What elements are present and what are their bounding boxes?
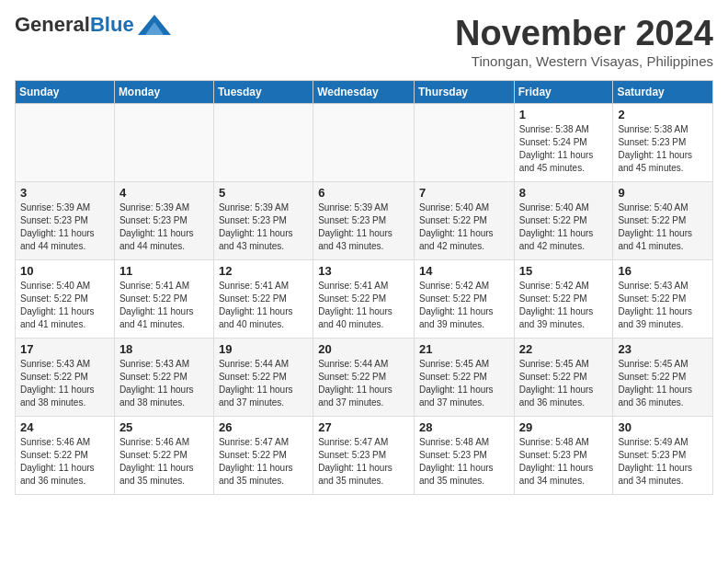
day-number: 25 [119,420,209,434]
logo: GeneralBlue [15,15,171,35]
title-area: November 2024 Tinongan, Western Visayas,… [455,15,713,69]
calendar-cell: 3Sunrise: 5:39 AMSunset: 5:23 PMDaylight… [16,181,115,259]
calendar-cell: 5Sunrise: 5:39 AMSunset: 5:23 PMDaylight… [213,181,313,259]
calendar-cell: 9Sunrise: 5:40 AMSunset: 5:22 PMDaylight… [613,181,713,259]
calendar-cell: 22Sunrise: 5:45 AMSunset: 5:22 PMDayligh… [514,338,613,416]
day-info: Sunrise: 5:48 AMSunset: 5:23 PMDaylight:… [419,436,509,488]
day-number: 3 [20,186,109,200]
day-number: 19 [219,342,308,356]
calendar-cell: 13Sunrise: 5:41 AMSunset: 5:22 PMDayligh… [313,259,415,338]
day-number: 27 [318,420,409,434]
calendar-cell: 26Sunrise: 5:47 AMSunset: 5:22 PMDayligh… [213,416,313,494]
day-number: 22 [519,342,609,356]
calendar-cell: 16Sunrise: 5:43 AMSunset: 5:22 PMDayligh… [613,259,713,338]
calendar-cell: 8Sunrise: 5:40 AMSunset: 5:22 PMDaylight… [514,181,613,259]
calendar-cell: 20Sunrise: 5:44 AMSunset: 5:22 PMDayligh… [313,338,415,416]
day-number: 21 [419,342,509,356]
day-info: Sunrise: 5:47 AMSunset: 5:22 PMDaylight:… [219,436,308,488]
calendar-cell: 2Sunrise: 5:38 AMSunset: 5:23 PMDaylight… [613,103,713,181]
calendar-cell [414,103,514,181]
day-info: Sunrise: 5:39 AMSunset: 5:23 PMDaylight:… [20,201,109,253]
calendar-cell [313,103,415,181]
day-number: 1 [519,108,609,121]
day-info: Sunrise: 5:39 AMSunset: 5:23 PMDaylight:… [219,201,308,253]
calendar-cell: 27Sunrise: 5:47 AMSunset: 5:23 PMDayligh… [313,416,415,494]
day-info: Sunrise: 5:44 AMSunset: 5:22 PMDaylight:… [318,358,409,409]
calendar-cell: 12Sunrise: 5:41 AMSunset: 5:22 PMDayligh… [213,259,313,338]
day-number: 26 [219,420,308,434]
weekday-header-wednesday: Wednesday [313,80,415,103]
day-number: 17 [20,342,109,356]
calendar-cell: 18Sunrise: 5:43 AMSunset: 5:22 PMDayligh… [114,338,213,416]
day-number: 30 [618,420,708,434]
day-number: 13 [318,264,409,278]
calendar-cell: 11Sunrise: 5:41 AMSunset: 5:22 PMDayligh… [114,259,213,338]
day-info: Sunrise: 5:45 AMSunset: 5:22 PMDaylight:… [618,358,708,409]
day-number: 4 [119,186,209,200]
day-info: Sunrise: 5:40 AMSunset: 5:22 PMDaylight:… [519,201,609,253]
day-number: 29 [519,420,609,434]
calendar-cell [16,103,115,181]
calendar-cell: 6Sunrise: 5:39 AMSunset: 5:23 PMDaylight… [313,181,415,259]
day-number: 6 [318,186,409,200]
month-title: November 2024 [455,15,713,53]
day-info: Sunrise: 5:41 AMSunset: 5:22 PMDaylight:… [219,280,308,331]
weekday-header-tuesday: Tuesday [213,80,313,103]
day-info: Sunrise: 5:42 AMSunset: 5:22 PMDaylight:… [419,280,509,331]
day-info: Sunrise: 5:46 AMSunset: 5:22 PMDaylight:… [119,436,209,488]
day-info: Sunrise: 5:38 AMSunset: 5:23 PMDaylight:… [618,123,708,175]
location: Tinongan, Western Visayas, Philippines [455,53,713,69]
calendar-cell: 28Sunrise: 5:48 AMSunset: 5:23 PMDayligh… [414,416,514,494]
header: GeneralBlue November 2024 Tinongan, West… [15,15,713,69]
day-number: 5 [219,186,308,200]
day-info: Sunrise: 5:41 AMSunset: 5:22 PMDaylight:… [119,280,209,331]
day-info: Sunrise: 5:44 AMSunset: 5:22 PMDaylight:… [219,358,308,409]
calendar-cell: 17Sunrise: 5:43 AMSunset: 5:22 PMDayligh… [16,338,115,416]
day-info: Sunrise: 5:40 AMSunset: 5:22 PMDaylight:… [419,201,509,253]
day-number: 15 [519,264,609,278]
day-number: 8 [519,186,609,200]
logo-icon [138,15,171,35]
day-info: Sunrise: 5:38 AMSunset: 5:24 PMDaylight:… [519,123,609,175]
day-info: Sunrise: 5:39 AMSunset: 5:23 PMDaylight:… [318,201,409,253]
calendar-cell: 1Sunrise: 5:38 AMSunset: 5:24 PMDaylight… [514,103,613,181]
day-info: Sunrise: 5:40 AMSunset: 5:22 PMDaylight:… [20,280,109,331]
calendar-cell: 19Sunrise: 5:44 AMSunset: 5:22 PMDayligh… [213,338,313,416]
calendar-cell: 29Sunrise: 5:48 AMSunset: 5:23 PMDayligh… [514,416,613,494]
calendar-cell: 4Sunrise: 5:39 AMSunset: 5:23 PMDaylight… [114,181,213,259]
calendar-cell: 23Sunrise: 5:45 AMSunset: 5:22 PMDayligh… [613,338,713,416]
day-number: 11 [119,264,209,278]
day-info: Sunrise: 5:45 AMSunset: 5:22 PMDaylight:… [519,358,609,409]
logo-blue: Blue [90,13,134,36]
calendar-cell: 30Sunrise: 5:49 AMSunset: 5:23 PMDayligh… [613,416,713,494]
day-info: Sunrise: 5:43 AMSunset: 5:22 PMDaylight:… [20,358,109,409]
calendar-cell: 14Sunrise: 5:42 AMSunset: 5:22 PMDayligh… [414,259,514,338]
day-number: 14 [419,264,509,278]
calendar-cell: 21Sunrise: 5:45 AMSunset: 5:22 PMDayligh… [414,338,514,416]
calendar-cell: 24Sunrise: 5:46 AMSunset: 5:22 PMDayligh… [16,416,115,494]
day-number: 20 [318,342,409,356]
weekday-header-thursday: Thursday [414,80,514,103]
calendar-cell [114,103,213,181]
day-number: 18 [119,342,209,356]
logo-general: General [15,13,90,36]
day-number: 23 [618,342,708,356]
day-number: 16 [618,264,708,278]
day-info: Sunrise: 5:46 AMSunset: 5:22 PMDaylight:… [20,436,109,488]
day-info: Sunrise: 5:45 AMSunset: 5:22 PMDaylight:… [419,358,509,409]
day-number: 12 [219,264,308,278]
weekday-header-friday: Friday [514,80,613,103]
day-number: 9 [618,186,708,200]
day-number: 2 [618,108,708,121]
day-info: Sunrise: 5:43 AMSunset: 5:22 PMDaylight:… [618,280,708,331]
calendar-cell: 7Sunrise: 5:40 AMSunset: 5:22 PMDaylight… [414,181,514,259]
day-number: 24 [20,420,109,434]
calendar-cell: 10Sunrise: 5:40 AMSunset: 5:22 PMDayligh… [16,259,115,338]
weekday-header-sunday: Sunday [16,80,115,103]
day-info: Sunrise: 5:47 AMSunset: 5:23 PMDaylight:… [318,436,409,488]
weekday-header-saturday: Saturday [613,80,713,103]
calendar-cell [213,103,313,181]
day-info: Sunrise: 5:42 AMSunset: 5:22 PMDaylight:… [519,280,609,331]
day-info: Sunrise: 5:39 AMSunset: 5:23 PMDaylight:… [119,201,209,253]
weekday-header-monday: Monday [114,80,213,103]
